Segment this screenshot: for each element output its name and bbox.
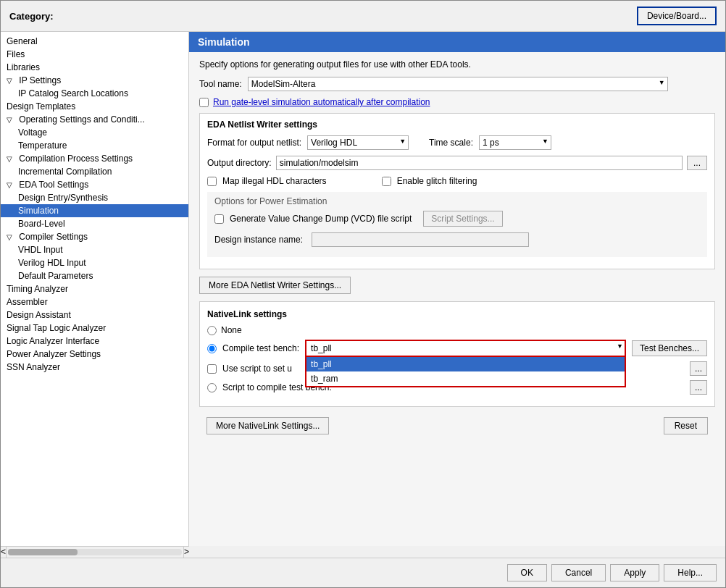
expand-icon-os: ▽ [7, 116, 17, 124]
sidebar-item-operating-settings[interactable]: ▽ Operating Settings and Conditi... [1, 113, 188, 126]
eda-netlist-section: EDA Netlist Writer settings Format for o… [199, 113, 715, 269]
use-script-label: Use script to set u [222, 364, 292, 374]
sidebar-item-verilog-hdl[interactable]: Verilog HDL Input [1, 256, 188, 269]
expand-icon-cp: ▽ [7, 155, 17, 163]
design-instance-input[interactable] [312, 232, 529, 247]
test-benches-btn[interactable]: Test Benches... [632, 340, 707, 356]
compile-test-row: Compile test bench: tb_pll tb_ram ▼ tb_p… [207, 340, 707, 357]
use-script-checkbox[interactable] [207, 364, 217, 374]
script-compile-browse-btn[interactable]: ... [690, 380, 707, 395]
sidebar-item-ip-settings[interactable]: ▽ IP Settings [1, 74, 188, 87]
format-select[interactable]: Verilog HDL [307, 135, 409, 150]
gate-level-checkbox[interactable] [199, 98, 209, 107]
sidebar-item-compiler-settings[interactable]: ▽ Compiler Settings [1, 230, 188, 243]
panel-title: Simulation [198, 36, 250, 48]
bottom-actions: More NativeLink Settings... Reset [199, 414, 715, 437]
category-label: Category: [9, 11, 54, 22]
sidebar-scrollbar[interactable]: < > [1, 546, 189, 558]
format-label: Format for output netlist: [207, 138, 301, 148]
gate-level-row: Run gate-level simulation automatically … [199, 97, 715, 107]
sidebar-item-voltage[interactable]: Voltage [1, 126, 188, 139]
sidebar-item-assembler[interactable]: Assembler [1, 295, 188, 308]
sidebar-item-incremental-compilation[interactable]: Incremental Compilation [1, 165, 188, 178]
expand-icon-cs: ▽ [7, 233, 17, 241]
dropdown-option-tb-ram[interactable]: tb_ram [306, 371, 625, 386]
ok-btn[interactable]: OK [507, 564, 547, 581]
sidebar-item-simulation[interactable]: Simulation [1, 204, 188, 217]
top-bar: Category: Device/Board... [1, 1, 725, 32]
device-board-button[interactable]: Device/Board... [637, 7, 717, 25]
sidebar-item-design-templates[interactable]: Design Templates [1, 100, 188, 113]
output-dir-row: Output directory: simulation/modelsim ..… [207, 156, 707, 170]
panel-header: Simulation [189, 32, 725, 52]
none-radio-row: None [207, 325, 707, 335]
time-scale-label: Time scale: [429, 138, 473, 148]
sidebar-item-design-entry[interactable]: Design Entry/Synthesis [1, 191, 188, 204]
none-label: None [221, 325, 242, 335]
map-glitch-row: Map illegal HDL characters Enable glitch… [207, 176, 707, 186]
map-illegal-checkbox[interactable] [207, 177, 217, 186]
sidebar-item-design-assistant[interactable]: Design Assistant [1, 308, 188, 322]
map-illegal-label: Map illegal HDL characters [222, 176, 327, 186]
sidebar-item-board-level[interactable]: Board-Level [1, 217, 188, 230]
compile-dropdown-wrapper[interactable]: tb_pll tb_ram ▼ tb_pll tb_ram [305, 340, 626, 357]
time-scale-select-wrapper[interactable]: 1 ps [479, 135, 551, 150]
content-area: General Files Libraries ▽ IP Settings IP… [1, 32, 725, 546]
format-time-row: Format for output netlist: Verilog HDL T… [207, 135, 707, 150]
tool-name-select[interactable]: ModelSim-Altera [248, 77, 668, 91]
script-settings-btn[interactable]: Script Settings... [423, 211, 502, 227]
main-window: Category: Device/Board... General Files … [0, 0, 726, 588]
sidebar-item-compilation-process[interactable]: ▽ Compilation Process Settings [1, 152, 188, 165]
expand-icon-eda: ▽ [7, 181, 17, 189]
tool-name-row: Tool name: ModelSim-Altera [199, 77, 715, 91]
sidebar-item-temperature[interactable]: Temperature [1, 139, 188, 152]
sidebar-item-timing-analyzer[interactable]: Timing Analyzer [1, 282, 188, 295]
main-panel: Simulation Specify options for generatin… [189, 32, 725, 546]
apply-btn[interactable]: Apply [610, 564, 659, 581]
sidebar-item-signal-tap[interactable]: Signal Tap Logic Analyzer [1, 322, 188, 335]
sidebar-item-libraries[interactable]: Libraries [1, 61, 188, 74]
help-btn[interactable]: Help... [664, 564, 717, 581]
dropdown-option-tb-pll-highlighted[interactable]: tb_pll [306, 357, 625, 371]
tool-name-select-wrapper[interactable]: ModelSim-Altera [248, 77, 668, 91]
sidebar-item-default-parameters[interactable]: Default Parameters [1, 269, 188, 282]
format-select-wrapper[interactable]: Verilog HDL [307, 135, 409, 150]
sidebar-item-power-analyzer[interactable]: Power Analyzer Settings [1, 348, 188, 361]
scroll-track [8, 549, 182, 555]
script-compile-radio[interactable] [207, 383, 217, 392]
panel-content: Specify options for generating output fi… [189, 52, 725, 546]
sidebar: General Files Libraries ▽ IP Settings IP… [1, 32, 189, 546]
sidebar-item-eda-tool-settings[interactable]: ▽ EDA Tool Settings [1, 178, 188, 191]
expand-icon: ▽ [7, 77, 17, 85]
sidebar-item-logic-analyzer[interactable]: Logic Analyzer Interface [1, 335, 188, 348]
scroll-left-btn[interactable]: < [1, 547, 7, 558]
nativelink-section: NativeLink settings None Compile test be… [199, 301, 715, 407]
output-dir-browse-btn[interactable]: ... [687, 156, 707, 170]
sidebar-item-ssn-analyzer[interactable]: SSN Analyzer [1, 361, 188, 374]
gate-level-label: Run gate-level simulation automatically … [213, 97, 430, 107]
scroll-right-btn[interactable]: > [183, 547, 189, 558]
time-scale-select[interactable]: 1 ps [479, 135, 551, 150]
output-dir-label: Output directory: [207, 158, 272, 168]
compile-dropdown-select[interactable]: tb_pll tb_ram [305, 340, 626, 357]
more-nativelink-btn[interactable]: More NativeLink Settings... [206, 417, 329, 434]
nativelink-title: NativeLink settings [207, 309, 707, 319]
description: Specify options for generating output fi… [199, 59, 715, 70]
reset-btn[interactable]: Reset [664, 417, 708, 434]
sidebar-item-general[interactable]: General [1, 35, 188, 48]
compile-radio[interactable] [207, 344, 217, 353]
enable-glitch-label: Enable glitch filtering [397, 176, 477, 186]
none-radio[interactable] [207, 326, 217, 335]
generate-vcd-row: Generate Value Change Dump (VCD) file sc… [214, 211, 700, 227]
generate-vcd-checkbox[interactable] [214, 214, 224, 224]
enable-glitch-checkbox[interactable] [382, 177, 391, 186]
use-script-browse-btn[interactable]: ... [690, 361, 707, 376]
netlist-section-title: EDA Netlist Writer settings [207, 119, 707, 130]
output-dir-input[interactable]: simulation/modelsim [276, 156, 683, 170]
tool-name-label: Tool name: [199, 79, 242, 89]
sidebar-item-vhdl-input[interactable]: VHDL Input [1, 243, 188, 256]
cancel-btn[interactable]: Cancel [551, 564, 606, 581]
sidebar-item-ip-catalog[interactable]: IP Catalog Search Locations [1, 87, 188, 100]
more-eda-btn[interactable]: More EDA Netlist Writer Settings... [199, 277, 351, 294]
sidebar-item-files[interactable]: Files [1, 48, 188, 61]
